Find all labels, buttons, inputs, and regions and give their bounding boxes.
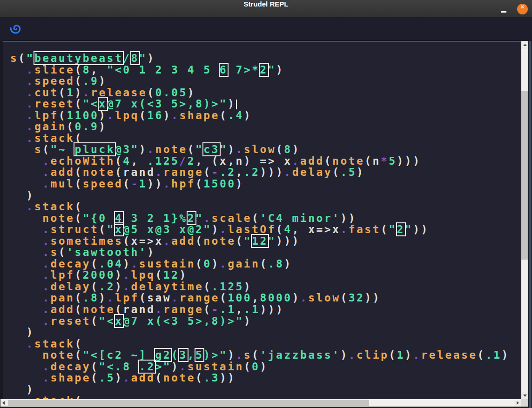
code-token: . xyxy=(27,338,34,350)
code-token: 'C4 minor' xyxy=(260,212,340,224)
code-line[interactable]: s("~ pluck@3").note("c3").slow(8) xyxy=(10,144,510,155)
code-line[interactable]: .stack( xyxy=(10,201,510,213)
code-token: . xyxy=(42,246,50,258)
code-line[interactable]: .shape(.5).add(note(.3)) xyxy=(10,372,510,384)
code-token: .2 xyxy=(244,166,260,178)
code-token: ( xyxy=(203,166,211,178)
code-token: ( xyxy=(74,132,82,144)
code-token: ) xyxy=(292,143,300,155)
code-token: * xyxy=(381,155,389,167)
code-token: "~ xyxy=(51,143,75,155)
code-token: ) xyxy=(10,383,34,395)
code-token: sometimes xyxy=(51,235,123,247)
highlighted-token: 3 xyxy=(179,349,187,361)
code-token: . xyxy=(284,166,292,178)
code-line[interactable]: .add(note(rand.range(-.2,.2))).delay(.5) xyxy=(10,167,510,178)
code-token: . xyxy=(42,235,50,247)
minimize-button[interactable] xyxy=(498,0,510,17)
code-token: ( xyxy=(115,155,123,167)
code-token: ))) xyxy=(397,155,421,167)
code-line[interactable]: .reset("<x@7 x(<3 5>,8)>") xyxy=(10,98,510,110)
arrow-down-icon xyxy=(523,395,527,397)
code-token: 16 xyxy=(147,109,163,121)
code-token: ( xyxy=(91,258,99,270)
code-line[interactable]: ) xyxy=(10,327,510,338)
code-token: , xyxy=(91,64,107,76)
horizontal-scrollbar-thumb[interactable] xyxy=(8,400,369,406)
code-line[interactable]: .decay(.04).sustain(0).gain(.8) xyxy=(10,258,510,270)
code-token: . xyxy=(42,361,50,373)
code-token: ( xyxy=(74,98,82,110)
code-token: ( xyxy=(220,292,228,304)
code-token: ( xyxy=(74,269,82,281)
code-token: stack xyxy=(34,395,75,399)
code-token: ( xyxy=(74,303,82,315)
code-token: , xyxy=(131,155,148,167)
code-token: decay xyxy=(51,258,91,270)
horizontal-scrollbar[interactable] xyxy=(0,399,521,407)
vertical-scrollbar-thumb[interactable] xyxy=(521,91,528,260)
code-line[interactable]: .slice(8, "<0 1 2 3 4 5 6 7>*2") xyxy=(10,64,510,76)
code-token: 0.05 xyxy=(155,87,187,99)
code-token: ( xyxy=(115,303,123,315)
code-line[interactable]: .sometimes(x=>x.add(note("12"))) xyxy=(10,235,510,247)
code-line[interactable]: .echoWith(4, .125/2, (x,n) => x.add(note… xyxy=(10,155,510,167)
scroll-left-button[interactable] xyxy=(0,399,8,407)
code-token xyxy=(10,372,42,384)
code-token: )) xyxy=(413,223,429,235)
code-line[interactable]: .struct("x@5 x@3 x@2").lastOf(4, x=>x.fa… xyxy=(10,224,510,235)
code-token: . xyxy=(42,166,50,178)
code-line[interactable]: .stack( xyxy=(10,338,510,350)
code-token: ) xyxy=(123,258,131,270)
code-token: ) xyxy=(99,109,107,121)
scroll-down-button[interactable] xyxy=(521,392,528,399)
code-token: . xyxy=(155,303,163,315)
code-line[interactable]: .lpf(1100).lpq(16).shape(.4) xyxy=(10,110,510,121)
strudel-spiral-logo-icon[interactable] xyxy=(10,22,23,35)
code-line[interactable]: .s('sawtooth') xyxy=(10,247,510,258)
code-token: 2000 xyxy=(83,269,115,281)
code-line[interactable]: .pan(.8).lpf(saw.range(100,8000).slow(32… xyxy=(10,292,510,304)
titlebar[interactable]: Strudel REPL ✕ xyxy=(0,0,532,17)
code-line[interactable]: .add(note(rand.range(-.1,.1))) xyxy=(10,304,510,315)
code-token: ( xyxy=(18,52,26,64)
close-button[interactable]: ✕ xyxy=(517,4,528,14)
code-line[interactable]: .cut(1).release(0.05) xyxy=(10,87,510,99)
code-token: range xyxy=(163,303,204,315)
code-line[interactable]: .lpf(2000).lpq(12) xyxy=(10,269,510,281)
code-line[interactable]: .stack( xyxy=(10,395,510,399)
code-content[interactable]: s("beautybeast/8") .slice(8, "<0 1 2 3 4… xyxy=(10,53,510,399)
code-token: . xyxy=(42,155,50,167)
code-line[interactable]: s("beautybeast/8") xyxy=(10,53,510,64)
code-line[interactable]: .reset("<x@7 x(<3 5>,8)>") xyxy=(10,315,510,327)
code-token: " xyxy=(139,52,147,64)
code-token: " xyxy=(195,212,203,224)
code-line[interactable]: .speed(.9) xyxy=(10,75,510,87)
code-token: . xyxy=(340,223,348,235)
code-line[interactable]: ) xyxy=(10,190,510,201)
vertical-scrollbar[interactable] xyxy=(521,41,528,399)
code-token: range xyxy=(163,166,204,178)
code-token: add xyxy=(171,235,195,247)
code-line[interactable]: .decay("<.8 .2>").sustain(0) xyxy=(10,361,510,373)
code-line[interactable]: .delay(.2).delaytime(.125) xyxy=(10,281,510,293)
scroll-right-button[interactable] xyxy=(514,399,521,407)
code-line[interactable]: ) xyxy=(10,384,510,395)
code-editor[interactable]: s("beautybeast/8") .slice(8, "<0 1 2 3 4… xyxy=(3,41,521,399)
code-line[interactable]: note("<[c2 ~] g2(3,5)>").s('jazzbass').c… xyxy=(10,349,510,361)
code-line[interactable]: note("{0 4 3 2 1}%2".scale('C4 minor')) xyxy=(10,213,510,224)
code-token: .8 xyxy=(83,292,99,304)
code-token: ) xyxy=(115,269,123,281)
code-token: ) xyxy=(212,223,220,235)
code-token: stack xyxy=(34,201,75,213)
code-line[interactable]: .mul(speed(-1)).hpf(1500) xyxy=(10,178,510,190)
code-token: sustain xyxy=(139,258,195,270)
code-token: ))) xyxy=(260,166,284,178)
code-token: lpf xyxy=(51,269,75,281)
code-token: )>" xyxy=(203,349,228,361)
code-line[interactable]: .gain(0.9) xyxy=(10,121,510,133)
code-token: )) xyxy=(147,178,163,190)
code-token: ))) xyxy=(276,235,300,247)
code-line[interactable]: .stack( xyxy=(10,133,510,144)
scroll-up-button[interactable] xyxy=(521,41,528,49)
